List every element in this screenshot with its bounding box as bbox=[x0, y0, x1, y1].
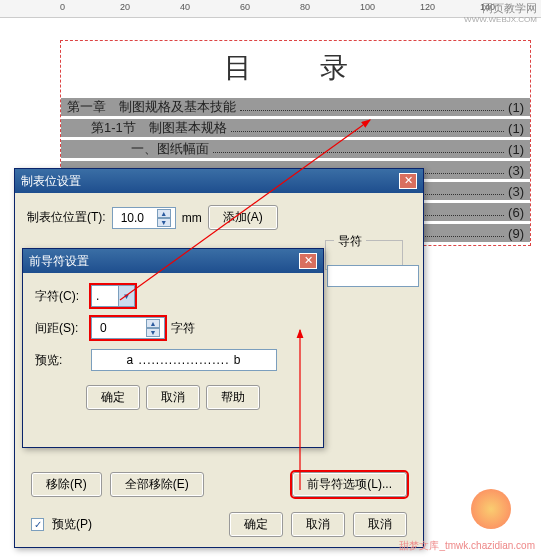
toc-dots bbox=[213, 145, 504, 153]
preview-field: a ..................... b bbox=[91, 349, 277, 371]
close-icon[interactable]: ✕ bbox=[299, 253, 317, 269]
leader-group-label: 导符 bbox=[334, 233, 366, 250]
toc-page: (6) bbox=[508, 205, 524, 220]
dialog-title: 制表位设置 bbox=[21, 173, 81, 190]
toc-text: 第一章 制图规格及基本技能 bbox=[67, 98, 236, 116]
leader-ok-button[interactable]: 确定 bbox=[86, 385, 140, 410]
preview-checkbox-label: 预览(P) bbox=[52, 516, 92, 533]
close-icon[interactable]: ✕ bbox=[399, 173, 417, 189]
toc-line: 第一章 制图规格及基本技能(1) bbox=[61, 98, 530, 116]
spacing-unit-label: 字符 bbox=[171, 320, 195, 337]
doc-title: 目 录 bbox=[61, 41, 530, 95]
toc-dots bbox=[231, 124, 504, 132]
char-select[interactable]: . ▼ bbox=[91, 285, 135, 307]
spin-up-icon[interactable]: ▲ bbox=[157, 209, 171, 218]
leader-options-button[interactable]: 前导符选项(L)... bbox=[292, 472, 407, 497]
spacing-input[interactable]: ▲▼ bbox=[91, 317, 165, 339]
site-logo-icon bbox=[471, 489, 511, 529]
toc-page: (9) bbox=[508, 226, 524, 241]
remove-all-button[interactable]: 全部移除(E) bbox=[110, 472, 204, 497]
add-button[interactable]: 添加(A) bbox=[208, 205, 278, 230]
toc-page: (1) bbox=[508, 142, 524, 157]
toc-page: (3) bbox=[508, 163, 524, 178]
leader-help-button[interactable]: 帮助 bbox=[206, 385, 260, 410]
cancel2-button[interactable]: 取消 bbox=[353, 512, 407, 537]
ok-button[interactable]: 确定 bbox=[229, 512, 283, 537]
spin-up-icon[interactable]: ▲ bbox=[146, 319, 160, 328]
tab-position-label: 制表位位置(T): bbox=[27, 209, 106, 226]
preview-checkbox[interactable]: ✓ bbox=[31, 518, 44, 531]
leader-settings-dialog: 前导符设置 ✕ 字符(C): . ▼ 间距(S): ▲▼ 字符 预览: a ..… bbox=[22, 248, 324, 448]
site-watermark: 网页教学网WWW.WEBJX.COM bbox=[464, 2, 537, 26]
unit-label: mm bbox=[182, 211, 202, 225]
toc-page: (3) bbox=[508, 184, 524, 199]
spin-down-icon[interactable]: ▼ bbox=[157, 218, 171, 227]
toc-text: 第1-1节 制图基本规格 bbox=[91, 119, 227, 137]
leader-display-field[interactable] bbox=[327, 265, 419, 287]
leader-cancel-button[interactable]: 取消 bbox=[146, 385, 200, 410]
dialog-titlebar[interactable]: 制表位设置 ✕ bbox=[15, 169, 423, 193]
preview-label: 预览: bbox=[35, 352, 85, 369]
toc-line: 一、图纸幅面(1) bbox=[61, 140, 530, 158]
remove-button[interactable]: 移除(R) bbox=[31, 472, 102, 497]
cancel-button[interactable]: 取消 bbox=[291, 512, 345, 537]
toc-page: (1) bbox=[508, 121, 524, 136]
footer-watermark: 甜梦文库_tmwk.chazidian.com bbox=[399, 539, 535, 553]
toc-text: 一、图纸幅面 bbox=[131, 140, 209, 158]
spacing-label: 间距(S): bbox=[35, 320, 85, 337]
toc-dots bbox=[240, 103, 504, 111]
leader-dialog-titlebar[interactable]: 前导符设置 ✕ bbox=[23, 249, 323, 273]
toc-page: (1) bbox=[508, 100, 524, 115]
char-label: 字符(C): bbox=[35, 288, 85, 305]
spin-down-icon[interactable]: ▼ bbox=[146, 328, 160, 337]
horizontal-ruler: 020406080100120140 bbox=[0, 0, 541, 18]
toc-line: 第1-1节 制图基本规格(1) bbox=[61, 119, 530, 137]
tab-position-input[interactable]: ▲▼ bbox=[112, 207, 176, 229]
chevron-down-icon[interactable]: ▼ bbox=[118, 286, 134, 306]
leader-dialog-title: 前导符设置 bbox=[29, 253, 89, 270]
